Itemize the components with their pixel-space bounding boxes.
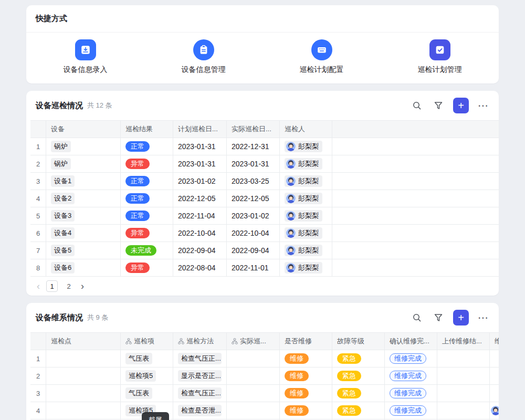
inspector-name: 彭梨梨: [298, 142, 319, 151]
inspection-table: 设备巡检结果计划巡检日...实际巡检日...巡检人 1锅炉正常2023-01-3…: [30, 120, 499, 277]
device-cell: 设备2: [46, 190, 121, 207]
table-row[interactable]: 4设备2正常2022-12-052022-12-05彭梨梨: [30, 190, 499, 207]
actual-inspection-cell: [227, 368, 280, 385]
inspection-toolbar: + ⋯: [410, 98, 489, 113]
search-icon: [412, 101, 422, 110]
lookup-icon: [232, 338, 238, 344]
row-number: 2: [30, 368, 46, 385]
page-number-button[interactable]: 2: [63, 280, 75, 292]
add-record-button[interactable]: +: [453, 310, 469, 326]
confirm-repair-button[interactable]: 维修完成: [390, 388, 426, 398]
column-header[interactable]: 巡检人: [280, 121, 332, 138]
column-header[interactable]: 巡检项: [121, 333, 173, 350]
row-filler: [332, 173, 499, 190]
filter-button[interactable]: [432, 99, 445, 112]
column-header[interactable]: 上传维修结...: [437, 333, 490, 350]
screenshot-tooltip[interactable]: 截屏: [142, 412, 169, 420]
column-header[interactable]: 设备: [46, 121, 121, 138]
prev-page-button[interactable]: ‹: [37, 281, 40, 291]
column-header[interactable]: 是否维修: [280, 333, 332, 350]
table-row[interactable]: 3气压表检查气压正...维修紧急维修完成: [30, 385, 499, 402]
fault-level-cell: 紧急: [332, 402, 385, 419]
maintenance-card: 设备维系情况 共 9 条 + ⋯ 巡检点巡检项巡检方法实际巡...是否维修故障等…: [26, 303, 499, 420]
confirm-repair-button[interactable]: 维修完成: [390, 353, 426, 364]
maintenance-table-body: 1气压表检查气压正...维修紧急维修完成2巡检项5显示是否正...维修紧急维修完…: [30, 350, 499, 420]
actual-date-cell: 2022-10-04: [227, 225, 280, 242]
inspector-cell: 彭梨梨: [280, 190, 332, 207]
column-header[interactable]: 故障等级: [332, 333, 385, 350]
actual-date-cell: 2022-12-05: [227, 190, 280, 207]
repair-cell: 维修: [280, 350, 332, 368]
result-badge: 异常: [125, 228, 150, 238]
fault-level-badge: 紧急: [337, 353, 361, 364]
result-badge: 正常: [125, 141, 150, 152]
inspector-cell: 彭梨梨: [280, 138, 332, 155]
repair-person-cell: [490, 402, 499, 419]
column-header[interactable]: 计划巡检日...: [173, 121, 227, 138]
fault-level-badge: 紧急: [337, 388, 361, 398]
maintenance-table-title: 设备维系情况: [36, 313, 83, 323]
column-header[interactable]: 实际巡检日...: [227, 121, 280, 138]
shortcuts-row: 设备信息录入设备信息管理巡检计划配置巡检计划管理: [26, 33, 499, 83]
shortcut-item[interactable]: 巡检计划配置: [262, 39, 381, 75]
filter-button[interactable]: [432, 311, 445, 324]
column-header[interactable]: 实际巡...: [227, 333, 280, 350]
planned-date-cell: 2022-09-04: [173, 242, 227, 259]
result-cell: 正常: [121, 190, 173, 207]
shortcut-label: 巡检计划管理: [418, 65, 462, 75]
shortcut-item[interactable]: 设备信息管理: [144, 39, 262, 75]
actual-inspection-cell: [227, 402, 280, 419]
more-options-button[interactable]: ⋯: [477, 312, 489, 323]
result-cell: 正常: [121, 173, 173, 190]
filter-icon: [434, 101, 443, 110]
confirm-repair-button[interactable]: 维修完成: [390, 405, 426, 416]
column-header-label: 巡检点: [51, 337, 71, 346]
fault-level-cell: 紧急: [332, 368, 385, 385]
table-row[interactable]: 4巡检项5检查是否泄...维修紧急维修完成: [30, 402, 499, 419]
next-page-button[interactable]: ›: [81, 281, 84, 291]
upload-result-cell: [437, 368, 490, 385]
upload-result-cell: [437, 402, 490, 419]
more-options-button[interactable]: ⋯: [477, 100, 489, 111]
avatar: [286, 176, 296, 186]
plan-manage-icon: [429, 39, 450, 60]
column-header[interactable]: 巡检方法: [173, 333, 227, 350]
inspection-table-body: 1锅炉正常2023-01-312022-12-31彭梨梨2锅炉异常2023-01…: [30, 138, 499, 277]
table-row[interactable]: 3设备1正常2023-01-022023-03-25彭梨梨: [30, 173, 499, 190]
page-number-button[interactable]: 1: [46, 280, 58, 292]
search-icon: [412, 313, 422, 322]
add-record-button[interactable]: +: [453, 98, 469, 113]
shortcut-item[interactable]: 设备信息录入: [26, 39, 144, 75]
column-header[interactable]: 确认维修完...: [385, 333, 437, 350]
column-header[interactable]: 维...: [490, 333, 499, 350]
inspection-pagination: ‹ 12 ›: [26, 277, 499, 296]
table-row[interactable]: 5设备3正常2022-11-042023-01-02彭梨梨: [30, 207, 499, 225]
column-header[interactable]: 巡检结果: [121, 121, 173, 138]
table-row[interactable]: 1气压表检查气压正...维修紧急维修完成: [30, 350, 499, 368]
confirm-repair-button[interactable]: 维修完成: [390, 371, 426, 381]
search-button[interactable]: [410, 311, 424, 324]
upload-result-cell: [437, 350, 490, 368]
table-row[interactable]: 2巡检项5显示是否正...维修紧急维修完成: [30, 368, 499, 385]
shortcut-item[interactable]: 巡检计划管理: [381, 39, 499, 75]
row-number: 8: [30, 259, 46, 277]
table-row[interactable]: 7设备5未完成2022-09-042022-09-04彭梨梨: [30, 242, 499, 259]
table-row[interactable]: 1锅炉正常2023-01-312022-12-31彭梨梨: [30, 138, 499, 155]
table-row[interactable]: 6设备4异常2022-10-042022-10-04彭梨梨: [30, 225, 499, 242]
row-number: 3: [30, 385, 46, 402]
inspector-chip: 彭梨梨: [285, 262, 322, 274]
shortcut-label: 设备信息管理: [182, 65, 226, 75]
table-row[interactable]: 8设备6异常2022-08-042022-11-01彭梨梨: [30, 259, 499, 277]
method-chip: 检查气压正...: [178, 353, 222, 364]
table-row[interactable]: 2锅炉异常2023-01-312023-01-31彭梨梨: [30, 155, 499, 173]
result-badge: 未完成: [125, 245, 156, 256]
inspector-chip: 彭梨梨: [285, 141, 322, 152]
avatar: [286, 228, 296, 238]
inspection-method-cell: 显示是否正...: [173, 368, 227, 385]
planned-date-cell: 2022-11-04: [173, 207, 227, 225]
search-button[interactable]: [410, 99, 424, 112]
column-header[interactable]: 巡检点: [46, 333, 121, 350]
device-cell: 锅炉: [46, 155, 121, 173]
inspection-method-cell: 检查气压正...: [173, 350, 227, 368]
inspection-item-cell: 巡检项5: [121, 368, 173, 385]
